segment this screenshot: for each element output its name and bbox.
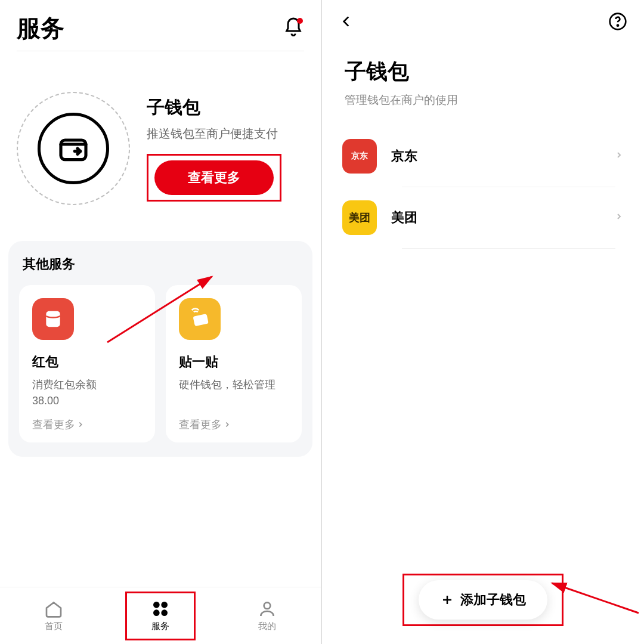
bottom-tabbar: 首页 服务 我的 bbox=[0, 587, 321, 644]
view-more-button[interactable]: 查看更多 bbox=[154, 160, 274, 195]
merchant-name: 京东 bbox=[391, 147, 614, 165]
fab-label: 添加子钱包 bbox=[460, 591, 526, 609]
chevron-right-icon bbox=[614, 150, 624, 162]
card-title: 红包 bbox=[32, 353, 142, 371]
page-subtitle: 管理钱包在商户的使用 bbox=[345, 92, 621, 108]
header: 服务 bbox=[0, 0, 321, 51]
tab-label: 我的 bbox=[258, 621, 276, 632]
divider bbox=[402, 248, 615, 249]
divider bbox=[17, 51, 304, 51]
hero-icon-circle bbox=[38, 113, 109, 184]
tab-home[interactable]: 首页 bbox=[0, 587, 107, 644]
tap-card[interactable]: 贴一贴 硬件钱包，轻松管理 查看更多 bbox=[166, 285, 302, 442]
card-desc: 硬件钱包，轻松管理 bbox=[179, 377, 289, 409]
fab-area: 添加子钱包 bbox=[322, 574, 644, 626]
chevron-right-icon bbox=[614, 212, 624, 224]
redpacket-icon bbox=[32, 298, 74, 340]
annotation-highlight: 添加子钱包 bbox=[402, 574, 564, 626]
annotation-highlight: 查看更多 bbox=[147, 154, 281, 202]
svg-point-10 bbox=[617, 25, 618, 26]
merchant-item-meituan[interactable]: 美团 美团 bbox=[336, 187, 630, 248]
tab-label: 首页 bbox=[45, 621, 63, 632]
annotation-highlight bbox=[125, 592, 196, 640]
meituan-icon: 美团 bbox=[342, 200, 377, 235]
chevron-right-icon bbox=[223, 420, 231, 429]
card-title: 贴一贴 bbox=[179, 353, 289, 371]
hero-title: 子钱包 bbox=[147, 95, 304, 120]
plus-icon bbox=[440, 593, 454, 607]
merchant-item-jd[interactable]: 京东 京东 bbox=[336, 126, 630, 187]
svg-rect-3 bbox=[193, 314, 209, 326]
user-icon bbox=[258, 599, 277, 618]
card-desc-line1: 硬件钱包，轻松管理 bbox=[179, 379, 275, 391]
hero-icon-frame bbox=[17, 92, 130, 205]
other-services-section: 其他服务 红包 消费红包余额 38.00 查看更多 bbox=[8, 241, 312, 457]
wallet-arrow-icon bbox=[57, 132, 90, 165]
card-desc-line2: 38.00 bbox=[32, 395, 59, 407]
card-link-label: 查看更多 bbox=[32, 417, 75, 432]
section-title: 其他服务 bbox=[23, 255, 302, 273]
help-button[interactable] bbox=[608, 12, 627, 33]
hero-subtitle: 推送钱包至商户便捷支付 bbox=[147, 126, 304, 142]
title-block: 子钱包 管理钱包在商户的使用 bbox=[322, 45, 644, 126]
page-title: 服务 bbox=[17, 12, 64, 45]
card-link[interactable]: 查看更多 bbox=[32, 417, 142, 432]
tap-icon bbox=[179, 298, 221, 340]
redpacket-card[interactable]: 红包 消费红包余额 38.00 查看更多 bbox=[19, 285, 155, 442]
svg-rect-2 bbox=[46, 311, 60, 327]
tab-mine[interactable]: 我的 bbox=[214, 587, 321, 644]
add-subwallet-button[interactable]: 添加子钱包 bbox=[419, 580, 547, 620]
subwallet-hero: 子钱包 推送钱包至商户便捷支付 查看更多 bbox=[0, 68, 321, 241]
header bbox=[322, 0, 644, 45]
subwallet-screen: 子钱包 管理钱包在商户的使用 京东 京东 美团 美团 添加子钱包 bbox=[322, 0, 644, 644]
chevron-right-icon bbox=[76, 420, 85, 429]
card-link[interactable]: 查看更多 bbox=[179, 417, 289, 432]
merchant-list: 京东 京东 美团 美团 bbox=[322, 126, 644, 249]
card-desc: 消费红包余额 38.00 bbox=[32, 377, 142, 409]
chevron-left-icon bbox=[339, 14, 354, 29]
service-cards: 红包 消费红包余额 38.00 查看更多 贴一贴 硬件钱包，轻松管理 bbox=[19, 285, 302, 442]
services-screen: 服务 子钱包 推送钱包至商户便捷支付 查看更多 bbox=[0, 0, 322, 644]
help-icon bbox=[608, 12, 627, 31]
merchant-name: 美团 bbox=[391, 209, 614, 227]
hero-text: 子钱包 推送钱包至商户便捷支付 查看更多 bbox=[147, 95, 304, 202]
svg-point-8 bbox=[264, 602, 271, 609]
home-icon bbox=[44, 599, 63, 618]
jd-icon: 京东 bbox=[342, 139, 377, 174]
card-desc-line1: 消费红包余额 bbox=[32, 379, 97, 391]
notification-dot bbox=[297, 18, 303, 24]
back-button[interactable] bbox=[339, 14, 354, 32]
notifications-button[interactable] bbox=[283, 17, 304, 41]
card-link-label: 查看更多 bbox=[179, 417, 222, 432]
page-title: 子钱包 bbox=[345, 57, 621, 86]
